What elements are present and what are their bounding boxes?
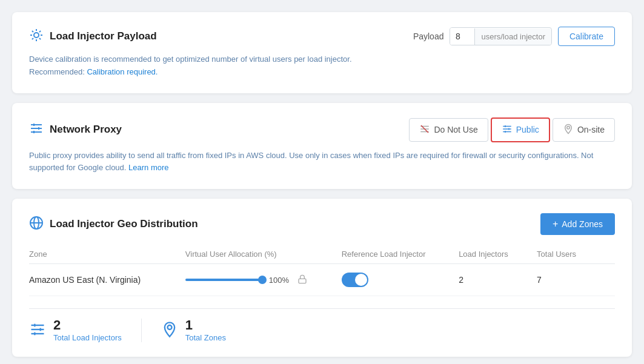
geo-distribution-card: Load Injector Geo Distribution + Add Zon… [12,199,632,357]
plus-icon: + [553,219,558,230]
total-load-injectors-info: 2 Total Load Injectors [53,319,122,342]
table-row: Amazon US East (N. Virginia) 100% [29,264,615,296]
svg-point-0 [34,33,39,38]
proxy-description: Public proxy provides ability to send al… [29,150,615,175]
do-not-use-icon [419,124,430,136]
slider-percent: 100% [269,276,289,285]
load-injector-icon [29,28,44,45]
svg-point-17 [567,126,570,129]
col-reference-load-injector: Reference Load Injector [342,250,459,259]
col-virtual-user-allocation: Virtual User Allocation (%) [185,250,342,259]
total-zones-icon [161,321,178,340]
on-site-icon [563,124,574,136]
add-zones-label: Add Zones [562,219,603,229]
add-zones-button[interactable]: + Add Zones [540,213,615,235]
total-load-injectors-icon [29,321,46,340]
proxy-title-group: Network Proxy [29,121,122,138]
network-proxy-card: Network Proxy Do Not Use [12,103,632,190]
proxy-public-button[interactable]: Public [491,117,550,142]
svg-point-28 [167,325,171,329]
total-zones-label: Total Zones [185,333,226,342]
payload-description: Device calibration is recommended to get… [29,53,615,79]
col-total-users: Total Users [537,250,615,259]
total-zones-stat: 1 Total Zones [161,319,245,342]
table-header-row: Zone Virtual User Allocation (%) Referen… [29,245,615,264]
network-proxy-icon [29,121,44,138]
payload-title-group: Load Injector Payload [29,28,157,45]
svg-rect-21 [299,279,306,283]
total-load-injectors-stat: 2 Total Load Injectors [29,319,142,342]
toggle-knob [355,274,367,286]
proxy-card-header: Network Proxy Do Not Use [29,117,615,142]
public-proxy-icon [502,124,513,136]
proxy-on-site-button[interactable]: On-site [553,118,615,142]
payload-number-input[interactable] [450,28,474,45]
row-load-injectors: 2 [459,275,537,285]
calibrate-button[interactable]: Calibrate [558,27,615,46]
do-not-use-label: Do Not Use [434,125,477,134]
total-load-injectors-value: 2 [53,319,122,332]
payload-unit: users/load injector [474,28,551,45]
reference-load-injector-toggle-cell [342,273,459,287]
total-load-injectors-label: Total Load Injectors [53,333,122,342]
total-zones-info: 1 Total Zones [185,319,226,342]
geo-table: Zone Virtual User Allocation (%) Referen… [29,245,615,296]
geo-footer: 2 Total Load Injectors 1 Total Zones [29,308,615,342]
calibration-required-text: Calibration required. [87,67,158,76]
lock-icon [297,274,307,286]
slider-container: 100% [185,274,342,286]
payload-input-group: users/load injector [450,27,552,45]
payload-label: Payload [413,31,444,41]
proxy-do-not-use-button[interactable]: Do Not Use [409,118,488,142]
geo-header-row: Load Injector Geo Distribution + Add Zon… [29,213,615,235]
payload-card-header: Load Injector Payload Payload users/load… [29,27,615,46]
reference-load-injector-toggle[interactable] [342,273,368,287]
proxy-title: Network Proxy [50,124,122,136]
payload-controls: Payload users/load injector Calibrate [413,27,615,46]
payload-title: Load Injector Payload [50,30,157,42]
slider-track[interactable] [185,279,264,281]
col-load-injectors: Load Injectors [459,250,537,259]
on-site-label: On-site [577,125,605,134]
load-injector-payload-card: Load Injector Payload Payload users/load… [12,12,632,93]
slider-thumb[interactable] [258,276,267,284]
geo-distribution-icon [29,216,44,233]
row-total-users: 7 [537,275,615,285]
row-zone: Amazon US East (N. Virginia) [29,275,185,285]
total-zones-value: 1 [185,319,226,332]
geo-title: Load Injector Geo Distribution [50,218,198,230]
geo-title-group: Load Injector Geo Distribution [29,216,198,233]
proxy-controls: Do Not Use Public [409,117,615,142]
learn-more-link[interactable]: Learn more [128,163,168,172]
public-label: Public [516,125,539,134]
col-zone: Zone [29,250,185,259]
